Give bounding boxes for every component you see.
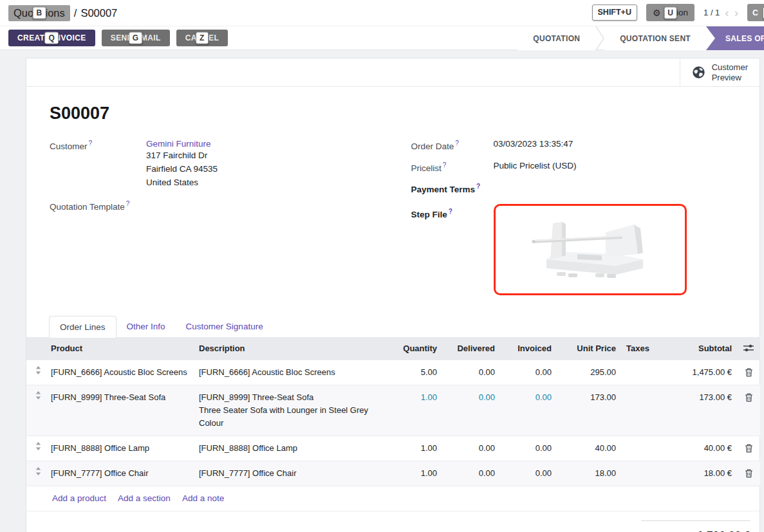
step-file-field-label: Step File?	[411, 204, 494, 219]
cell-product[interactable]: [FURN_6666] Acoustic Bloc Screens	[46, 360, 194, 385]
trash-icon	[745, 368, 753, 377]
odoo-sales-order-page: { "colors": { "accent_purple": "#5b4ab4"…	[0, 0, 764, 532]
column-header-quantity[interactable]: Quantity	[387, 337, 442, 360]
cell-description[interactable]: [FURN_8888] Office Lamp	[194, 436, 387, 461]
customer-preview-button[interactable]: Customer Preview	[680, 59, 759, 86]
step-file-image-preview[interactable]	[494, 204, 687, 295]
cell-delivered[interactable]: 0.00	[442, 461, 500, 486]
drag-handle-icon	[35, 391, 41, 399]
customer-preview-label: Customer Preview	[712, 62, 748, 82]
customer-link[interactable]: Gemini Furniture	[146, 139, 211, 149]
cell-product[interactable]: [FURN_7777] Office Chair	[46, 461, 194, 486]
tab-order-lines[interactable]: Order Lines	[49, 316, 116, 338]
hotkey-badge-shift-u: SHIFT+U	[592, 5, 637, 21]
order-date-field-value[interactable]: 03/03/2023 13:35:47	[494, 139, 737, 149]
add-note-link[interactable]: Add a note	[182, 493, 224, 503]
breadcrumb-parent[interactable]: Quotations B	[8, 5, 70, 21]
record-pager: 1 / 1 ‹ ›	[703, 6, 738, 19]
customer-field-label: Customer?	[50, 139, 146, 151]
tab-customer-signature[interactable]: Customer Signature	[176, 316, 274, 337]
cell-delivered[interactable]: 0.00	[442, 360, 500, 385]
order-footer: Terms and conditions... Total: 1,706.00 …	[26, 511, 759, 532]
cell-subtotal: 40.00 €	[664, 436, 737, 461]
column-header-description[interactable]: Description	[194, 337, 387, 360]
row-delete-button[interactable]	[737, 360, 760, 385]
total-divider	[641, 520, 750, 521]
cell-delivered[interactable]: 0.00	[442, 436, 500, 461]
cell-product[interactable]: [FURN_8999] Three-Seat Sofa	[46, 385, 194, 436]
create-invoice-button[interactable]: CREATE INVOICE Q	[8, 30, 95, 46]
cell-taxes[interactable]	[621, 360, 664, 385]
drag-handle-icon	[35, 467, 41, 475]
cutoff-button[interactable]: C	[747, 4, 764, 21]
row-delete-button[interactable]	[737, 436, 760, 461]
customer-address-line: United States	[146, 176, 375, 189]
column-header-product[interactable]: Product	[46, 337, 194, 360]
help-icon: ?	[449, 208, 452, 215]
gear-icon: ⚙	[653, 8, 661, 18]
action-menu-button[interactable]: ⚙ Action U	[646, 4, 694, 21]
cancel-button[interactable]: CANCEL Z	[176, 30, 228, 46]
column-header-subtotal[interactable]: Subtotal	[664, 337, 737, 360]
right-field-column: Order Date? 03/03/2023 13:35:47 Pricelis…	[411, 139, 737, 295]
stage-quotation[interactable]: QUOTATION	[517, 26, 595, 50]
hotkey-badge-create-invoice: Q	[44, 32, 59, 44]
cell-description[interactable]: [FURN_7777] Office Chair	[194, 461, 387, 486]
stage-sales-order[interactable]: SALES ORDER	[706, 26, 764, 50]
cell-invoiced[interactable]: 0.00	[500, 385, 557, 436]
row-delete-button[interactable]	[737, 461, 760, 486]
customer-address-line: 317 Fairchild Dr	[146, 149, 375, 162]
column-header-unit-price[interactable]: Unit Price	[557, 337, 621, 360]
row-drag-handle[interactable]	[26, 385, 46, 436]
table-header-row: Product Description Quantity Delivered I…	[26, 337, 760, 360]
breadcrumb-current: S00007	[80, 7, 117, 19]
stage-quotation-sent[interactable]: QUOTATION SENT	[604, 26, 706, 50]
cell-invoiced[interactable]: 0.00	[500, 436, 557, 461]
order-line-row: [FURN_6666] Acoustic Bloc Screens [FURN_…	[26, 360, 760, 385]
row-drag-handle[interactable]	[26, 461, 46, 486]
cell-taxes[interactable]	[621, 461, 664, 486]
cell-quantity[interactable]: 1.00	[387, 461, 442, 486]
cell-taxes[interactable]	[621, 436, 664, 461]
sale-order-form-card: Customer Preview S00007 Customer? Gemini…	[26, 58, 760, 532]
cell-invoiced[interactable]: 0.00	[500, 360, 557, 385]
cell-invoiced[interactable]: 0.00	[500, 461, 557, 486]
cell-quantity[interactable]: 5.00	[387, 360, 442, 385]
cell-subtotal: 1,475.00 €	[664, 360, 737, 385]
add-section-link[interactable]: Add a section	[118, 493, 171, 503]
send-email-button[interactable]: SEND EMAIL G	[102, 30, 170, 46]
cell-quantity[interactable]: 1.00	[387, 385, 442, 436]
cell-unit-price[interactable]: 18.00	[557, 461, 621, 486]
cell-unit-price[interactable]: 173.00	[557, 385, 621, 436]
cell-delivered[interactable]: 0.00	[442, 385, 500, 436]
row-delete-button[interactable]	[737, 385, 760, 436]
help-icon: ?	[476, 183, 480, 190]
drag-handle-icon	[35, 366, 41, 374]
cutoff-button-label: C	[752, 8, 758, 17]
tab-other-info[interactable]: Other Info	[116, 316, 176, 337]
total-value: 1,706.00 €	[697, 529, 750, 532]
cell-unit-price[interactable]: 295.00	[557, 360, 621, 385]
column-header-delivered[interactable]: Delivered	[442, 337, 500, 360]
quotation-template-field-label: Quotation Template?	[50, 199, 146, 212]
pager-prev-icon[interactable]: ‹	[725, 6, 729, 19]
column-header-invoiced[interactable]: Invoiced	[500, 337, 557, 360]
cell-unit-price[interactable]: 40.00	[557, 436, 621, 461]
trash-icon	[745, 393, 753, 402]
hotkey-badge-send-email: G	[129, 32, 143, 44]
page-title: S00007	[50, 104, 736, 124]
pricelist-field-value[interactable]: Public Pricelist (USD)	[494, 161, 737, 170]
column-header-taxes[interactable]: Taxes	[621, 337, 664, 360]
cell-taxes[interactable]	[621, 385, 664, 436]
cell-quantity[interactable]: 1.00	[387, 436, 442, 461]
pager-next-icon[interactable]: ›	[734, 6, 738, 19]
left-field-column: Customer? Gemini Furniture 317 Fairchild…	[50, 139, 375, 212]
cell-product[interactable]: [FURN_8888] Office Lamp	[46, 436, 194, 461]
cell-description[interactable]: [FURN_8999] Three-Seat Sofa Three Seater…	[194, 385, 387, 436]
sliders-icon[interactable]	[743, 344, 754, 352]
row-drag-handle[interactable]	[26, 436, 46, 461]
row-drag-handle[interactable]	[26, 360, 46, 385]
pricelist-field-label: Pricelist?	[411, 161, 494, 173]
cell-description[interactable]: [FURN_6666] Acoustic Bloc Screens	[194, 360, 387, 385]
add-product-link[interactable]: Add a product	[52, 493, 106, 503]
